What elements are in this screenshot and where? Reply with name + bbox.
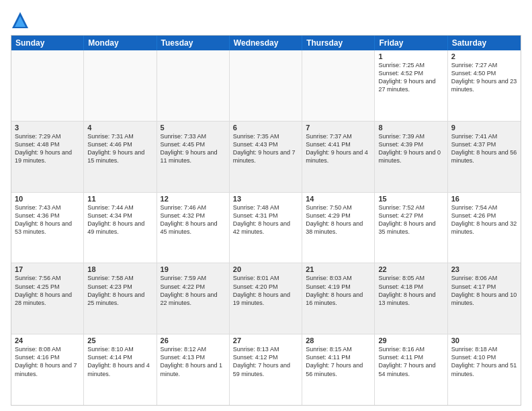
day-info: Sunrise: 7:41 AM Sunset: 4:37 PM Dayligh… <box>451 132 517 165</box>
day-cell-24: 24Sunrise: 8:08 AM Sunset: 4:16 PM Dayli… <box>11 334 84 405</box>
day-info: Sunrise: 8:18 AM Sunset: 4:10 PM Dayligh… <box>451 345 517 378</box>
day-number: 27 <box>233 336 298 345</box>
day-info: Sunrise: 8:16 AM Sunset: 4:11 PM Dayligh… <box>378 345 443 378</box>
day-info: Sunrise: 7:29 AM Sunset: 4:48 PM Dayligh… <box>15 132 80 165</box>
day-cell-18: 18Sunrise: 7:58 AM Sunset: 4:23 PM Dayli… <box>84 263 157 334</box>
day-cell-3: 3Sunrise: 7:29 AM Sunset: 4:48 PM Daylig… <box>11 122 84 192</box>
day-number: 16 <box>451 195 517 203</box>
day-number: 10 <box>15 195 80 203</box>
day-info: Sunrise: 7:33 AM Sunset: 4:45 PM Dayligh… <box>161 132 226 165</box>
page: SundayMondayTuesdayWednesdayThursdayFrid… <box>0 0 532 411</box>
day-info: Sunrise: 7:46 AM Sunset: 4:32 PM Dayligh… <box>161 203 226 236</box>
day-number: 14 <box>306 195 371 203</box>
day-info: Sunrise: 7:48 AM Sunset: 4:31 PM Dayligh… <box>233 203 298 236</box>
day-info: Sunrise: 7:27 AM Sunset: 4:50 PM Dayligh… <box>451 61 517 94</box>
day-cell-19: 19Sunrise: 7:59 AM Sunset: 4:22 PM Dayli… <box>157 263 230 334</box>
day-cell-7: 7Sunrise: 7:37 AM Sunset: 4:41 PM Daylig… <box>302 122 375 192</box>
weekday-header-sunday: Sunday <box>11 36 84 50</box>
day-number: 13 <box>233 195 298 203</box>
day-number: 11 <box>87 195 152 203</box>
day-number: 28 <box>306 336 371 345</box>
calendar-header: SundayMondayTuesdayWednesdayThursdayFrid… <box>11 36 521 50</box>
day-info: Sunrise: 7:39 AM Sunset: 4:39 PM Dayligh… <box>378 132 443 165</box>
logo-icon <box>11 11 30 30</box>
day-number: 4 <box>87 124 152 132</box>
calendar-row-2: 3Sunrise: 7:29 AM Sunset: 4:48 PM Daylig… <box>11 121 521 192</box>
day-info: Sunrise: 8:01 AM Sunset: 4:20 PM Dayligh… <box>233 274 298 307</box>
day-cell-13: 13Sunrise: 7:48 AM Sunset: 4:31 PM Dayli… <box>230 193 302 263</box>
day-cell-16: 16Sunrise: 7:54 AM Sunset: 4:26 PM Dayli… <box>448 193 521 263</box>
day-cell-10: 10Sunrise: 7:43 AM Sunset: 4:36 PM Dayli… <box>11 193 84 263</box>
weekday-header-monday: Monday <box>84 36 157 50</box>
day-cell-14: 14Sunrise: 7:50 AM Sunset: 4:29 PM Dayli… <box>302 193 375 263</box>
day-cell-23: 23Sunrise: 8:06 AM Sunset: 4:17 PM Dayli… <box>448 263 521 334</box>
day-cell-2: 2Sunrise: 7:27 AM Sunset: 4:50 PM Daylig… <box>448 50 521 121</box>
day-number: 21 <box>306 265 371 273</box>
day-info: Sunrise: 7:56 AM Sunset: 4:25 PM Dayligh… <box>15 274 80 307</box>
calendar: SundayMondayTuesdayWednesdayThursdayFrid… <box>11 35 521 406</box>
day-info: Sunrise: 8:15 AM Sunset: 4:11 PM Dayligh… <box>306 345 371 378</box>
weekday-header-tuesday: Tuesday <box>157 36 230 50</box>
day-cell-15: 15Sunrise: 7:52 AM Sunset: 4:27 PM Dayli… <box>375 193 447 263</box>
day-info: Sunrise: 8:10 AM Sunset: 4:14 PM Dayligh… <box>87 345 152 378</box>
day-number: 3 <box>15 124 80 132</box>
day-info: Sunrise: 7:59 AM Sunset: 4:22 PM Dayligh… <box>161 274 226 307</box>
empty-cell <box>84 50 157 121</box>
day-number: 20 <box>233 265 298 273</box>
weekday-header-saturday: Saturday <box>448 36 521 50</box>
day-cell-6: 6Sunrise: 7:35 AM Sunset: 4:43 PM Daylig… <box>230 122 302 192</box>
day-number: 26 <box>161 336 226 345</box>
day-info: Sunrise: 7:25 AM Sunset: 4:52 PM Dayligh… <box>378 61 443 94</box>
calendar-body: 1Sunrise: 7:25 AM Sunset: 4:52 PM Daylig… <box>11 50 521 405</box>
day-cell-29: 29Sunrise: 8:16 AM Sunset: 4:11 PM Dayli… <box>375 334 447 405</box>
day-number: 29 <box>378 336 443 345</box>
day-info: Sunrise: 7:58 AM Sunset: 4:23 PM Dayligh… <box>87 274 152 307</box>
day-cell-8: 8Sunrise: 7:39 AM Sunset: 4:39 PM Daylig… <box>375 122 447 192</box>
weekday-header-friday: Friday <box>375 36 447 50</box>
day-cell-26: 26Sunrise: 8:12 AM Sunset: 4:13 PM Dayli… <box>157 334 230 405</box>
day-cell-1: 1Sunrise: 7:25 AM Sunset: 4:52 PM Daylig… <box>375 50 447 121</box>
day-cell-9: 9Sunrise: 7:41 AM Sunset: 4:37 PM Daylig… <box>448 122 521 192</box>
day-cell-12: 12Sunrise: 7:46 AM Sunset: 4:32 PM Dayli… <box>157 193 230 263</box>
day-cell-20: 20Sunrise: 8:01 AM Sunset: 4:20 PM Dayli… <box>230 263 302 334</box>
day-number: 25 <box>87 336 152 345</box>
calendar-row-3: 10Sunrise: 7:43 AM Sunset: 4:36 PM Dayli… <box>11 192 521 263</box>
day-cell-30: 30Sunrise: 8:18 AM Sunset: 4:10 PM Dayli… <box>448 334 521 405</box>
day-info: Sunrise: 8:03 AM Sunset: 4:19 PM Dayligh… <box>306 274 371 307</box>
day-number: 18 <box>87 265 152 273</box>
day-number: 24 <box>15 336 80 345</box>
day-info: Sunrise: 8:13 AM Sunset: 4:12 PM Dayligh… <box>233 345 298 378</box>
day-cell-27: 27Sunrise: 8:13 AM Sunset: 4:12 PM Dayli… <box>230 334 302 405</box>
day-cell-28: 28Sunrise: 8:15 AM Sunset: 4:11 PM Dayli… <box>302 334 375 405</box>
calendar-row-5: 24Sunrise: 8:08 AM Sunset: 4:16 PM Dayli… <box>11 334 521 405</box>
day-info: Sunrise: 8:08 AM Sunset: 4:16 PM Dayligh… <box>15 345 80 378</box>
calendar-row-1: 1Sunrise: 7:25 AM Sunset: 4:52 PM Daylig… <box>11 50 521 121</box>
header <box>11 11 521 30</box>
day-number: 2 <box>451 52 517 60</box>
empty-cell <box>230 50 302 121</box>
day-number: 17 <box>15 265 80 273</box>
day-info: Sunrise: 7:43 AM Sunset: 4:36 PM Dayligh… <box>15 203 80 236</box>
day-info: Sunrise: 7:52 AM Sunset: 4:27 PM Dayligh… <box>378 203 443 236</box>
day-info: Sunrise: 7:44 AM Sunset: 4:34 PM Dayligh… <box>87 203 152 236</box>
day-info: Sunrise: 7:31 AM Sunset: 4:46 PM Dayligh… <box>87 132 152 165</box>
weekday-header-thursday: Thursday <box>302 36 375 50</box>
day-info: Sunrise: 7:54 AM Sunset: 4:26 PM Dayligh… <box>451 203 517 236</box>
day-number: 6 <box>233 124 298 132</box>
empty-cell <box>302 50 375 121</box>
day-number: 7 <box>306 124 371 132</box>
logo <box>11 11 32 30</box>
day-info: Sunrise: 8:05 AM Sunset: 4:18 PM Dayligh… <box>378 274 443 307</box>
day-number: 30 <box>451 336 517 345</box>
day-info: Sunrise: 7:37 AM Sunset: 4:41 PM Dayligh… <box>306 132 371 165</box>
day-info: Sunrise: 8:06 AM Sunset: 4:17 PM Dayligh… <box>451 274 517 307</box>
day-number: 15 <box>378 195 443 203</box>
day-number: 5 <box>161 124 226 132</box>
day-number: 1 <box>378 52 443 60</box>
day-cell-21: 21Sunrise: 8:03 AM Sunset: 4:19 PM Dayli… <box>302 263 375 334</box>
day-cell-22: 22Sunrise: 8:05 AM Sunset: 4:18 PM Dayli… <box>375 263 447 334</box>
day-cell-4: 4Sunrise: 7:31 AM Sunset: 4:46 PM Daylig… <box>84 122 157 192</box>
day-cell-17: 17Sunrise: 7:56 AM Sunset: 4:25 PM Dayli… <box>11 263 84 334</box>
day-number: 22 <box>378 265 443 273</box>
day-number: 23 <box>451 265 517 273</box>
